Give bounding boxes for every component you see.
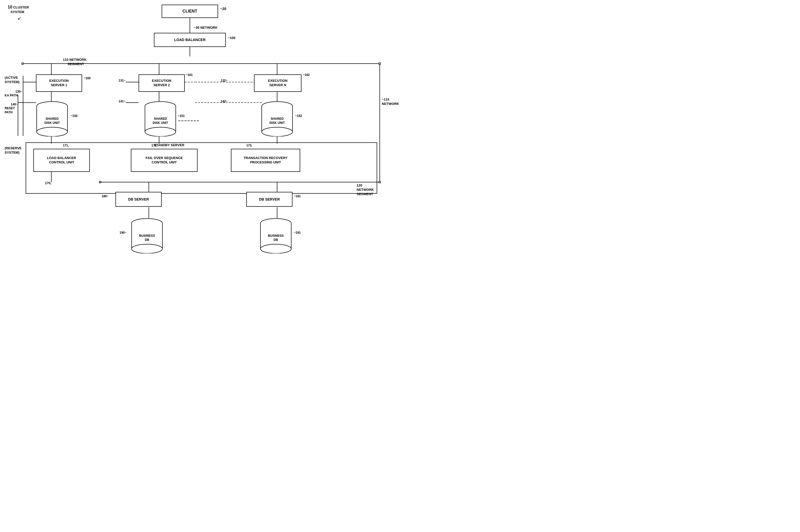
ka-path-label: KA PATH [5, 94, 18, 98]
network-115-label: ~115 NETWORK [382, 97, 400, 106]
business-db-1: BUSINESSDB [130, 217, 164, 253]
business-db-2: BUSINESSDB [259, 217, 292, 253]
business-db-2-ref: ~191 [294, 231, 301, 235]
shared-disk-1-ref: ~150 [71, 114, 77, 118]
db-server-2-label: DB SERVER [259, 197, 280, 202]
reserve-system-label: (RESERVESYSTEM) [5, 146, 22, 155]
shared-disk-1: SHAREDDISK UNIT [35, 100, 69, 136]
shared-disk-n: SHAREDDISK UNIT [261, 100, 294, 136]
network-30-label: ~30 NETWORK [194, 26, 217, 30]
shared-disk-2-ref: ~151 [178, 114, 185, 118]
transaction-recovery-ref: 173, [246, 144, 252, 148]
execution-server-1-label: EXECUTIONSERVER 1 [49, 79, 69, 88]
fail-over-control-box: FAIL OVER SEQUENCECONTROL UNIT [131, 149, 197, 172]
reset-path-ref: 140~ [11, 102, 18, 107]
transaction-recovery-label: TRANSACTION RECOVERYPROCESSING UNIT [244, 156, 288, 165]
lb-control-label: LOAD BALANCERCONTROL UNIT [47, 156, 76, 165]
db-server-1-ref: 180~ [101, 194, 109, 198]
connector-sq-110-left [22, 62, 24, 65]
execution-server-n-box: EXECUTIONSERVER N [254, 74, 302, 92]
load-balancer-box: LOAD BALANCER [154, 33, 226, 47]
network-segment-120-label: 120NETWORKSEGMENT [357, 184, 374, 196]
execution-server-2-box: EXECUTIONSERVER 2 [138, 74, 185, 92]
transaction-recovery-box: TRANSACTION RECOVERYPROCESSING UNIT [231, 149, 300, 172]
cluster-system-arrow: ↙ [17, 15, 21, 21]
shared-disk-2: SHAREDDISK UNIT [144, 100, 177, 136]
fail-over-label: FAIL OVER SEQUENCECONTROL UNIT [146, 156, 183, 165]
db-server-2-box: DB SERVER [246, 192, 292, 207]
path-132-label: 132~ [221, 79, 228, 83]
db-server-1-label: DB SERVER [128, 197, 149, 202]
execution-server-1-box: EXECUTIONSERVER 1 [36, 74, 82, 92]
client-label: CLIENT [183, 9, 197, 14]
dashed-151 [178, 119, 199, 122]
db-server-1-box: DB SERVER [115, 192, 161, 207]
reset-path-label: RESETPATH [5, 107, 15, 114]
exec-server-2-ref: ~161 [186, 73, 193, 77]
diagram: 10 CLUSTER SYSTEM ↙ CLIENT ~20 ~30 NETWO… [0, 0, 400, 266]
network-segment-110-label: 110 NETWORK SEGMENT [63, 58, 87, 66]
path-141-label: 141~ [118, 99, 126, 103]
client-box: CLIENT [161, 5, 218, 18]
cluster-system-label: 10 CLUSTER SYSTEM [8, 5, 29, 14]
fail-over-ref: 172, [151, 144, 157, 148]
execution-server-2-label: EXECUTIONSERVER 2 [152, 79, 171, 88]
exec-server-n-ref: ~162 [303, 73, 310, 77]
standby-ref-label: 170, [45, 181, 51, 186]
client-ref: ~20 [220, 6, 226, 11]
svg-point-51 [132, 244, 163, 253]
load-balancer-control-box: LOAD BALANCERCONTROL UNIT [33, 149, 90, 172]
ka-path-ref: 130~ [15, 90, 22, 94]
connector-sq-120-right [379, 181, 381, 183]
load-balancer-label: LOAD BALANCER [174, 37, 206, 42]
svg-point-46 [262, 127, 292, 136]
svg-point-35 [37, 127, 68, 136]
connector-sq-110-right [379, 62, 381, 65]
db-server-2-ref: ~181 [294, 194, 301, 198]
path-131-label: 131~ [118, 79, 126, 83]
standby-server-label: STANDBY SERVER [154, 143, 184, 148]
load-balancer-ref: ~100 [228, 36, 235, 40]
svg-point-56 [261, 244, 291, 253]
path-142-label: 142~ [221, 99, 228, 103]
load-balancer-control-ref: 171, [63, 144, 69, 148]
shared-disk-n-ref: ~152 [295, 114, 302, 118]
svg-point-40 [145, 127, 176, 136]
active-system-label: (ACTIVESYSTEM) [5, 76, 19, 84]
business-db-1-ref: 190~ [119, 231, 127, 235]
execution-server-n-label: EXECUTIONSERVER N [268, 79, 288, 88]
exec-server-1-ref: ~160 [84, 76, 91, 80]
